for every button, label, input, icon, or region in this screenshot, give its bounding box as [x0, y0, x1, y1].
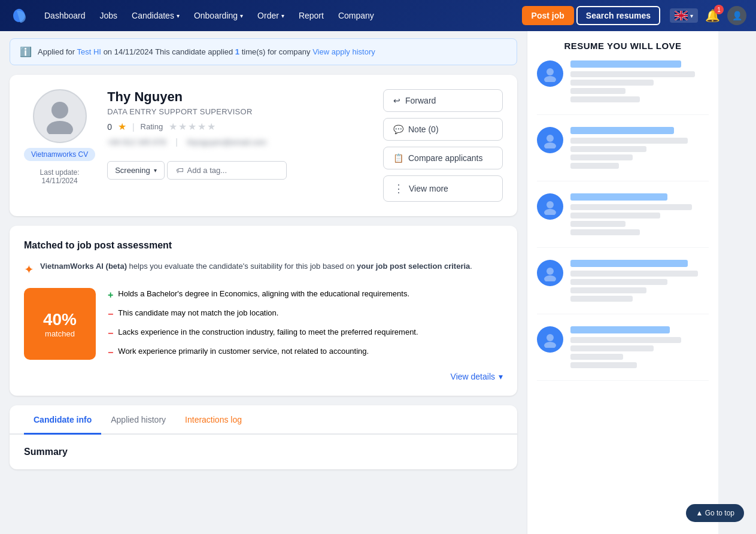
resume-detail-1 [570, 204, 692, 210]
tabs-card: Candidate info Applied history Interacti… [10, 405, 517, 469]
nav-order[interactable]: Order ▾ [251, 7, 290, 24]
resume-card[interactable] [537, 193, 709, 248]
minus-icon: − [108, 345, 113, 360]
view-details-button[interactable]: View details ▾ [24, 372, 503, 381]
svg-point-13 [544, 76, 556, 82]
resume-detail-4 [570, 296, 633, 302]
rating-label: Rating [141, 122, 163, 131]
nav-company[interactable]: Company [332, 7, 380, 24]
minus-icon: − [108, 307, 113, 321]
ai-note: ✦ VietnamWorks AI (beta) helps you evalu… [24, 260, 503, 278]
resume-detail-3 [570, 88, 626, 94]
svg-point-16 [546, 201, 554, 208]
view-more-button[interactable]: ⋮ View more [383, 175, 503, 202]
compare-button[interactable]: 📋 Compare applicants [383, 147, 503, 169]
resume-name-blur [570, 326, 670, 333]
match-criteria: +Holds a Bachelor's degree in Economics,… [108, 288, 503, 365]
assessment-title: Matched to job post assessment [24, 240, 503, 251]
resume-avatar [537, 60, 563, 87]
criteria-item: −This candidate may not match the job lo… [108, 307, 503, 321]
nav-candidates[interactable]: Candidates ▾ [126, 7, 186, 24]
user-avatar[interactable]: 👤 [727, 6, 746, 25]
criteria-item: −Work experience primarily in customer s… [108, 345, 503, 360]
resume-detail-4 [570, 96, 640, 102]
resume-info [570, 193, 709, 238]
nav-onboarding[interactable]: Onboarding ▾ [188, 7, 249, 24]
note-button[interactable]: 💬 Note (0) [383, 118, 503, 141]
resume-detail-1 [570, 71, 695, 77]
candidate-title: DATA ENTRY SUPPORT SUPERVISOR [107, 107, 371, 116]
source-badge: Vietnamworks CV [24, 148, 95, 161]
resume-detail-2 [570, 80, 654, 86]
resume-card[interactable] [537, 326, 709, 381]
resume-info [570, 127, 709, 171]
star-2: ★ [178, 121, 187, 132]
actions-panel: ↩ Forward 💬 Note (0) 📋 Compare applicant… [383, 89, 503, 202]
star-1: ★ [169, 121, 177, 132]
left-panel: ℹ️ Applied for Test HI on 14/11/2024 Thi… [0, 31, 527, 534]
resume-detail-4 [570, 229, 640, 235]
criteria-text: Lacks experience in the construction ind… [118, 326, 418, 341]
post-job-button[interactable]: Post job [522, 6, 574, 25]
resume-detail-1 [570, 138, 688, 144]
svg-point-21 [544, 342, 556, 348]
resume-detail-2 [570, 279, 667, 285]
resume-detail-2 [570, 213, 660, 219]
resume-detail-2 [570, 146, 646, 152]
resume-card[interactable] [537, 127, 709, 181]
resume-detail-4 [570, 362, 637, 368]
resume-avatar [537, 326, 563, 353]
note-icon: 💬 [393, 125, 403, 134]
nav-dashboard[interactable]: Dashboard [38, 7, 92, 24]
tab-applied-history[interactable]: Applied history [101, 405, 175, 435]
right-panel-title: RESUME YOU WILL LOVE [537, 41, 709, 51]
ai-description: helps you evaluate the candidate's suita… [129, 262, 357, 271]
candidate-avatar [33, 89, 87, 143]
resume-info [570, 60, 709, 105]
resume-info [570, 260, 709, 304]
chevron-down-icon: ▾ [499, 372, 503, 381]
resume-detail-3 [570, 154, 633, 160]
sparkle-icon: ✦ [24, 260, 34, 278]
star-5: ★ [207, 121, 215, 132]
plus-icon: + [108, 288, 113, 302]
resume-info [570, 326, 709, 371]
tab-candidate-info[interactable]: Candidate info [24, 405, 101, 435]
resume-detail-3 [570, 221, 626, 227]
nav-jobs[interactable]: Jobs [94, 7, 124, 24]
view-apply-history-link[interactable]: View apply history [312, 47, 375, 56]
resume-card[interactable] [537, 260, 709, 314]
view-details-label: View details [451, 372, 495, 381]
resume-detail-1 [570, 271, 698, 277]
svg-point-17 [544, 209, 556, 215]
resume-name-blur [570, 260, 688, 267]
candidates-dropdown-icon: ▾ [177, 13, 180, 19]
stage-label: Screening [115, 166, 150, 175]
job-link[interactable]: Test HI [77, 47, 101, 56]
match-label: matched [45, 329, 75, 338]
criteria-text: This candidate may not match the job loc… [118, 307, 278, 321]
compare-icon: 📋 [393, 153, 403, 163]
criteria-text: Holds a Bachelor's degree in Economics, … [118, 288, 409, 302]
scroll-to-top-button[interactable]: ▲ Go to top [686, 504, 718, 522]
last-update-label: Last update: [40, 168, 80, 177]
summary-title: Summary [24, 447, 503, 457]
svg-point-12 [546, 68, 554, 75]
language-selector[interactable]: ▾ [670, 8, 698, 23]
nav-report[interactable]: Report [293, 7, 330, 24]
tab-interactions-log[interactable]: Interactions log [175, 405, 251, 435]
notifications-button[interactable]: 🔔 1 [705, 8, 720, 23]
contact-phone: +84 912 345 678 [107, 138, 166, 147]
tag-input[interactable]: 🏷 Add a tag... [167, 161, 287, 180]
search-resumes-button[interactable]: Search resumes [576, 6, 660, 25]
info-banner: ℹ️ Applied for Test HI on 14/11/2024 Thi… [10, 38, 517, 65]
resume-detail-4 [570, 163, 619, 169]
ai-bold: your job post selection criteria [357, 262, 470, 271]
resume-card[interactable] [537, 60, 709, 115]
main-layout: ℹ️ Applied for Test HI on 14/11/2024 Thi… [0, 31, 756, 534]
brand-logo[interactable] [10, 5, 31, 26]
forward-button[interactable]: ↩ Forward [383, 89, 503, 112]
resume-name-blur [570, 60, 681, 68]
stage-selector[interactable]: Screening ▾ [107, 161, 165, 180]
rating-value: 0 [107, 122, 112, 132]
